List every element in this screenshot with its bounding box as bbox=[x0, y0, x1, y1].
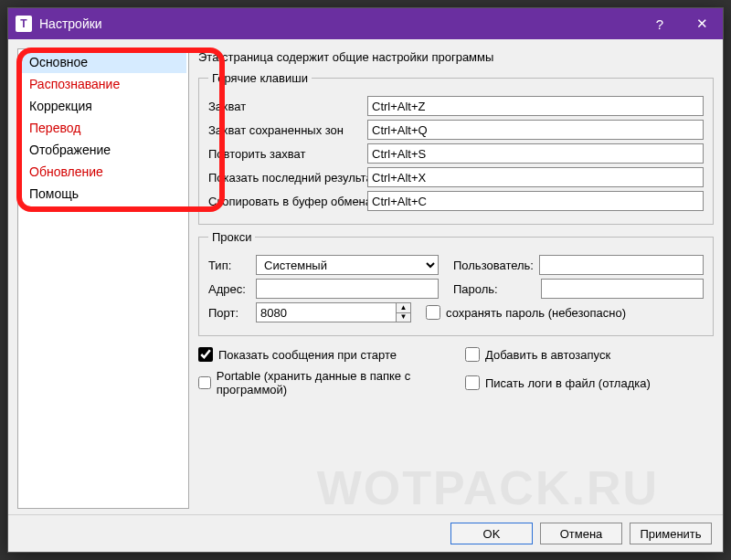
proxy-port-spinner[interactable]: ▲ ▼ bbox=[256, 302, 411, 322]
proxy-user-input[interactable] bbox=[539, 255, 704, 275]
proxy-port-label: Порт: bbox=[208, 306, 250, 320]
hotkey-row-3: Показать последний результат bbox=[208, 167, 704, 187]
options-grid: Показать сообщения при старте Добавить в… bbox=[198, 347, 714, 396]
hotkey-label: Показать последний результат bbox=[208, 171, 362, 185]
proxy-pass-label: Пароль: bbox=[453, 282, 535, 296]
ok-button[interactable]: OK bbox=[450, 523, 533, 544]
help-button[interactable]: ? bbox=[639, 8, 681, 39]
window-title: Настройки bbox=[39, 16, 639, 31]
window-body: ОсновноеРаспознаваниеКоррекцияПереводОто… bbox=[8, 39, 723, 514]
hotkey-row-1: Захват сохраненных зон bbox=[208, 120, 704, 140]
cancel-button[interactable]: Отмена bbox=[540, 523, 622, 544]
dialog-footer: OK Отмена Применить bbox=[8, 514, 723, 552]
show-messages-label: Показать сообщения при старте bbox=[218, 348, 397, 362]
proxy-port-input[interactable] bbox=[256, 302, 411, 322]
sidebar-item-3[interactable]: Перевод bbox=[20, 117, 186, 139]
autostart-label: Добавить в автозапуск bbox=[485, 348, 610, 362]
sidebar-item-6[interactable]: Помощь bbox=[20, 183, 186, 205]
main-panel: Эта страница содержит общие настройки пр… bbox=[198, 48, 714, 509]
titlebar: T Настройки ? ✕ bbox=[8, 8, 723, 39]
proxy-savepwd-label: сохранять пароль (небезопасно) bbox=[446, 306, 626, 320]
portable-label: Portable (хранить данные в папке с прогр… bbox=[217, 369, 447, 396]
hotkeys-legend: Горячие клавиши bbox=[208, 71, 312, 85]
hotkey-input[interactable] bbox=[367, 96, 704, 116]
sidebar: ОсновноеРаспознаваниеКоррекцияПереводОто… bbox=[17, 48, 189, 509]
sidebar-item-4[interactable]: Отображение bbox=[20, 139, 186, 161]
sidebar-item-1[interactable]: Распознавание bbox=[20, 73, 186, 95]
hotkeys-group: Горячие клавиши ЗахватЗахват сохраненных… bbox=[198, 71, 714, 225]
close-button[interactable]: ✕ bbox=[681, 8, 723, 39]
proxy-group: Прокси Тип: Системный Пользователь: Адре… bbox=[198, 230, 714, 336]
proxy-type-select[interactable]: Системный bbox=[256, 255, 439, 275]
spin-up-icon[interactable]: ▲ bbox=[397, 303, 410, 313]
hotkey-row-0: Захват bbox=[208, 96, 704, 116]
page-description: Эта страница содержит общие настройки пр… bbox=[198, 48, 714, 66]
sidebar-item-5[interactable]: Обновление bbox=[20, 161, 186, 183]
proxy-legend: Прокси bbox=[208, 230, 255, 244]
hotkey-label: Повторить захват bbox=[208, 147, 362, 161]
writelogs-checkbox[interactable] bbox=[465, 375, 480, 390]
app-icon: T bbox=[16, 16, 32, 32]
hotkey-label: Захват bbox=[208, 100, 362, 113]
hotkey-row-2: Повторить захват bbox=[208, 143, 704, 164]
proxy-user-label: Пользователь: bbox=[453, 259, 534, 272]
proxy-savepwd-checkbox[interactable] bbox=[426, 305, 440, 320]
apply-button[interactable]: Применить bbox=[630, 523, 712, 544]
proxy-pass-input[interactable] bbox=[541, 279, 704, 299]
hotkey-label: Скопировать в буфер обмена bbox=[208, 195, 362, 208]
hotkey-input[interactable] bbox=[367, 167, 704, 187]
portable-checkbox[interactable] bbox=[198, 375, 211, 390]
hotkey-input[interactable] bbox=[367, 191, 704, 211]
hotkey-input[interactable] bbox=[367, 143, 704, 164]
writelogs-label: Писать логи в файл (отладка) bbox=[485, 376, 651, 390]
hotkey-row-4: Скопировать в буфер обмена bbox=[208, 191, 704, 211]
settings-window: T Настройки ? ✕ ОсновноеРаспознаваниеКор… bbox=[7, 7, 724, 553]
autostart-checkbox[interactable] bbox=[465, 347, 480, 362]
sidebar-item-0[interactable]: Основное bbox=[20, 51, 186, 73]
hotkey-label: Захват сохраненных зон bbox=[208, 123, 362, 137]
proxy-type-label: Тип: bbox=[208, 259, 250, 272]
proxy-addr-label: Адрес: bbox=[208, 282, 250, 296]
show-messages-checkbox[interactable] bbox=[198, 347, 213, 362]
hotkey-input[interactable] bbox=[367, 120, 704, 140]
spin-down-icon[interactable]: ▼ bbox=[397, 313, 410, 322]
sidebar-item-2[interactable]: Коррекция bbox=[20, 95, 186, 117]
proxy-addr-input[interactable] bbox=[256, 279, 439, 299]
